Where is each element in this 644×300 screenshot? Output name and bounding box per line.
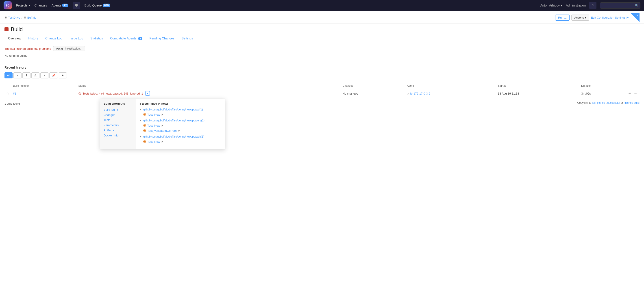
failed-title: 4 tests failed (4 new)	[140, 102, 222, 105]
col-star	[4, 83, 11, 89]
download-icon: ⬇	[116, 108, 118, 109]
breadcrumb-separator: /	[22, 16, 22, 19]
copy-last-pinned[interactable]: last pinned	[592, 101, 606, 104]
search-icon: 🔍	[635, 4, 638, 7]
row-changes-cell: No changes	[341, 89, 405, 98]
filter-info[interactable]: ℹ	[22, 72, 30, 78]
main-content: The last finished build has problems Ass…	[0, 42, 644, 109]
filter-starred[interactable]: ★	[59, 72, 67, 78]
help-icon[interactable]: ?	[589, 2, 596, 9]
col-agent: Agent	[405, 83, 496, 89]
row-actions-cell: ≋ ···	[626, 89, 640, 98]
top-navigation: TC Projects ▾ Changes Agents 92 Build Qu…	[0, 0, 644, 11]
build-shortcuts-popup: Build shortcuts Build log ⬇ Changes Test…	[100, 99, 225, 109]
nav-changes[interactable]: Changes	[34, 3, 47, 7]
notification-icon[interactable]	[73, 2, 80, 9]
grid-icon: ⊞	[4, 16, 7, 19]
search-input[interactable]	[600, 2, 640, 8]
copy-successful[interactable]: successful	[608, 101, 621, 104]
grid-icon-2: ⊞	[24, 16, 26, 19]
filter-error[interactable]: ✕	[40, 72, 48, 78]
page-header: Build	[0, 23, 644, 32]
breadcrumb-bar: ⊞ TestDrive / ⊞ Buffalo Run ... Actions …	[0, 11, 644, 23]
row-more-icon[interactable]: ···	[633, 91, 638, 96]
col-started: Started	[496, 83, 580, 89]
nav-build-queue[interactable]: Build Queue 839	[84, 3, 110, 7]
tab-history[interactable]: History	[25, 35, 42, 42]
nav-user[interactable]: Anton Arhipov ▾	[540, 3, 562, 7]
test-group-link-0[interactable]: github.com/gobuffalo/buffalo/genny/newap…	[143, 108, 203, 109]
row-agent-cell: △ ip-172-17-0-3-2	[405, 89, 496, 98]
nav-agents[interactable]: Agents 92	[52, 3, 68, 7]
status-warning: The last finished build has problems Ass…	[4, 46, 640, 51]
test-group-0: ▼ github.com/gobuffalo/buffalo/genny/new…	[140, 108, 222, 109]
tab-bar: Overview History Change Log Issue Log St…	[0, 32, 644, 42]
assign-investigation-button[interactable]: Assign investigation...	[53, 46, 85, 51]
star-button[interactable]: ☆	[6, 92, 9, 95]
nav-administration[interactable]: Administration	[566, 3, 586, 7]
filter-bar: All ✓ ℹ ⚠ ✕ 📌 ★	[4, 72, 640, 78]
collapse-icon-0[interactable]: ▼	[140, 108, 142, 109]
shortcuts-right-panel: 4 tests failed (4 new) ▼ github.com/gobu…	[136, 99, 225, 109]
filter-success[interactable]: ✓	[14, 72, 22, 78]
test-group-header-0: ▼ github.com/gobuffalo/buffalo/genny/new…	[140, 108, 222, 109]
breadcrumb-actions: Run ... Actions ▾ Edit Configuration Set…	[555, 13, 640, 22]
table-body: ☆ #1 ⊘ Tests failed: 4 (4 new), passed: …	[4, 89, 640, 98]
svg-rect-0	[75, 4, 78, 6]
corner-ribbon: ↗	[630, 13, 640, 22]
tab-settings[interactable]: Settings	[178, 35, 197, 42]
tab-issuelog[interactable]: Issue Log	[66, 35, 87, 42]
error-icon: ⊘	[78, 91, 81, 96]
tab-overview[interactable]: Overview	[4, 35, 25, 42]
table-row: ☆ #1 ⊘ Tests failed: 4 (4 new), passed: …	[4, 89, 640, 98]
build-found: 1 build found	[4, 102, 20, 105]
col-duration: Duration	[580, 83, 626, 89]
agent-link[interactable]: △ ip-172-17-0-3-2	[407, 92, 494, 95]
svg-marker-1	[76, 6, 77, 7]
filter-all[interactable]: All	[4, 72, 12, 78]
shortcut-build-log[interactable]: Build log ⬇	[104, 108, 132, 109]
col-status: Status	[76, 83, 328, 89]
filter-pinned[interactable]: 📌	[49, 72, 58, 78]
col-spacer	[329, 83, 341, 89]
col-changes: Changes	[341, 83, 405, 89]
edit-config-link[interactable]: Edit Configuration Settings |▾	[591, 16, 629, 19]
nav-right: Anton Arhipov ▾ Administration ? 🔍	[540, 2, 640, 9]
shortcuts-title: Build shortcuts	[104, 102, 132, 105]
tab-changelog[interactable]: Change Log	[42, 35, 66, 42]
row-stream-icon[interactable]: ≋	[628, 91, 632, 96]
row-duration-cell: 3m:02s	[580, 89, 626, 98]
col-build-number: Build number	[11, 83, 76, 89]
row-spacer-cell	[329, 89, 341, 98]
breadcrumb-buffalo[interactable]: Buffalo	[27, 16, 36, 19]
recent-history-title: Recent history	[4, 66, 640, 69]
row-started-cell: 13 Aug 19 11:13	[496, 89, 580, 98]
page-title: Build	[11, 26, 23, 32]
tab-pending-changes[interactable]: Pending Changes	[146, 35, 178, 42]
actions-caret: ▾	[585, 16, 586, 19]
search-wrapper: 🔍	[600, 2, 640, 8]
nav-projects[interactable]: Projects ▾	[16, 3, 30, 7]
breadcrumb-testdrive[interactable]: TestDrive	[8, 16, 20, 19]
breadcrumb: ⊞ TestDrive / ⊞ Buffalo	[4, 16, 36, 19]
status-error: ⊘ Tests failed: 4 (4 new), passed: 243, …	[78, 91, 327, 96]
build-number-link[interactable]: #1	[13, 92, 16, 95]
tab-statistics[interactable]: Statistics	[87, 35, 106, 42]
tab-compatible-agents[interactable]: Compatible Agents 4	[106, 35, 146, 42]
run-button[interactable]: Run ...	[555, 14, 570, 21]
copy-links: Copy link to last pinned , successful or…	[577, 101, 640, 104]
row-status-cell: ⊘ Tests failed: 4 (4 new), passed: 243, …	[76, 89, 328, 98]
build-status-icon	[4, 27, 8, 31]
filter-warning[interactable]: ⚠	[32, 72, 40, 78]
shortcuts-left-panel: Build shortcuts Build log ⬇ Changes Test…	[100, 99, 136, 109]
build-table: Build number Status Changes Agent Starte…	[4, 83, 640, 98]
no-running-builds: No running builds	[4, 54, 640, 57]
row-star-cell: ☆	[4, 89, 11, 98]
tc-logo[interactable]: TC	[4, 1, 12, 9]
row-actions: ≋ ···	[628, 91, 638, 96]
status-dropdown-button[interactable]: ▾	[145, 91, 150, 96]
copy-finished-build[interactable]: finished build	[624, 101, 640, 104]
edit-config-caret: |▾	[626, 16, 629, 19]
col-actions	[626, 83, 640, 89]
actions-button[interactable]: Actions ▾	[571, 14, 589, 21]
